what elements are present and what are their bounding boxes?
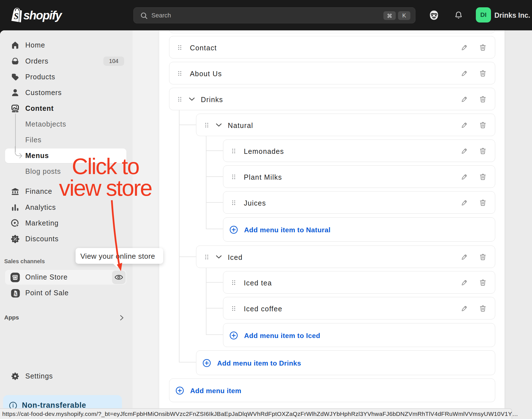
svg-text:shopify: shopify	[23, 9, 63, 22]
svg-text:S: S	[14, 11, 19, 21]
svg-text:S: S	[14, 292, 17, 296]
